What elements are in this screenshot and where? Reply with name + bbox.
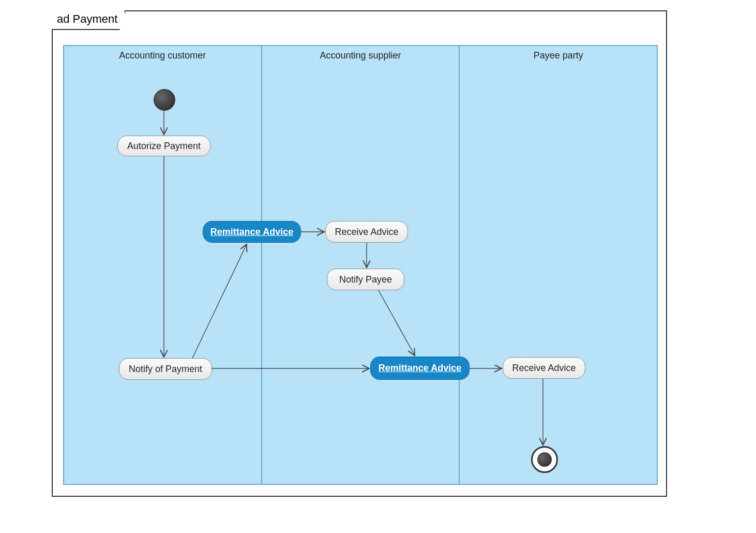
lane-accounting-customer: Accounting customer (63, 45, 262, 485)
final-node (531, 446, 558, 473)
diagram-title: ad Payment (52, 10, 126, 30)
activity-authorize-payment: Autorize Payment (117, 136, 210, 156)
swimlanes: Accounting customer Accounting supplier … (63, 45, 658, 485)
activity-receive-advice-2: Receive Advice (503, 357, 585, 379)
lane-title: Accounting supplier (262, 46, 459, 61)
lane-payee-party: Payee party (460, 45, 658, 485)
final-node-inner (537, 452, 552, 467)
activity-receive-advice-1: Receive Advice (325, 221, 408, 243)
lane-accounting-supplier: Accounting supplier (262, 45, 460, 485)
activity-notify-payee: Notify Payee (327, 269, 404, 290)
lane-title: Accounting customer (64, 46, 261, 61)
object-remittance-advice-2: Remittance Advice (370, 357, 470, 380)
lane-title: Payee party (460, 46, 657, 61)
object-remittance-advice-1: Remittance Advice (203, 221, 301, 243)
activity-notify-of-payment: Notify of Payment (119, 358, 212, 380)
initial-node (154, 89, 175, 111)
diagram-frame: ad Payment Accounting customer Accountin… (52, 10, 667, 497)
